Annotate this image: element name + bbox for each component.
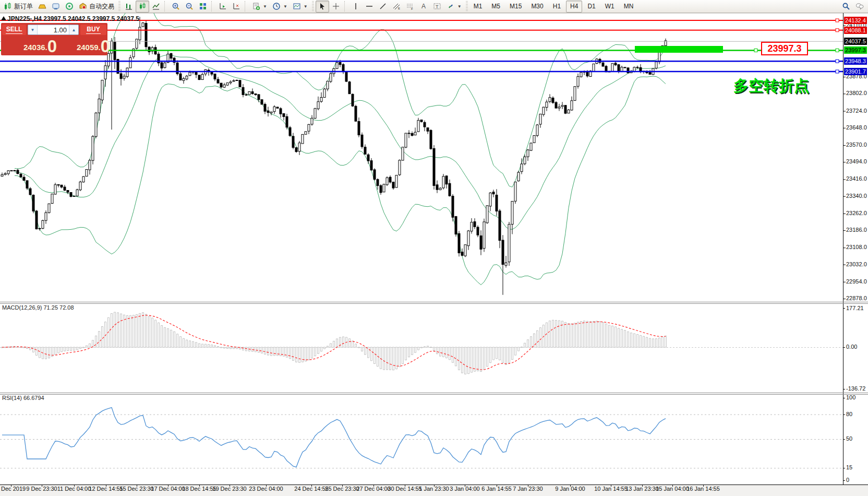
cursor-button[interactable] [316, 1, 329, 13]
lot-value[interactable]: 1.00 [38, 25, 69, 34]
periods-button[interactable]: ▼ [270, 1, 290, 13]
tile-windows-button[interactable] [196, 1, 210, 13]
text-button[interactable]: A [417, 1, 430, 13]
one-click-trading-panel: SELL ▼ 1.00 ▲ BUY 24036.0 24059.0 [1, 23, 107, 55]
axis-tick-label: 23416.0 [846, 175, 867, 182]
timeframe-button-w1[interactable]: W1 [601, 1, 619, 13]
bar-chart-button[interactable] [122, 1, 136, 13]
timeframe-button-m5[interactable]: M5 [487, 1, 504, 13]
svg-text:A: A [421, 3, 426, 10]
axis-tick-label: 100 [846, 394, 855, 400]
crosshair-icon [332, 2, 340, 10]
date-axis-label: 15 Jan 04:00 [656, 486, 689, 492]
channel-button[interactable]: E [390, 1, 403, 13]
toolbar-separator [211, 1, 214, 11]
terminal-button[interactable] [49, 1, 63, 13]
toolbar-grip[interactable] [312, 1, 314, 11]
fibonacci-button[interactable]: F [403, 1, 417, 13]
lot-decrease-button[interactable]: ▼ [28, 25, 38, 34]
horizontal-line-icon [365, 2, 373, 10]
axis-tick-label: 177.21 [846, 305, 864, 311]
chart-annotation-text[interactable]: 多空转折点 [733, 76, 809, 97]
auto-trading-button[interactable]: 自动交易 [76, 1, 117, 13]
toolbar-separator [344, 1, 347, 11]
date-axis-label: 19 Dec 23:30 [212, 486, 246, 492]
timeframe-button-m30[interactable]: M30 [527, 1, 547, 13]
date-axis-label: 6 Jan 14:55 [481, 486, 512, 492]
lot-size-field[interactable]: ▼ 1.00 ▲ [28, 25, 79, 35]
indicators-button[interactable]: ▼ [249, 1, 270, 13]
signals-button[interactable] [63, 1, 76, 13]
zoom-out-button[interactable] [183, 1, 196, 13]
axis-tick-label: 23186.0 [846, 227, 867, 233]
terminal-icon [52, 2, 60, 10]
date-axis-label: 7 Jan 23:30 [513, 486, 543, 492]
arrows-button[interactable]: ▼ [444, 1, 464, 13]
gold-ingot-icon [38, 2, 46, 10]
periods-dropdown-caret[interactable]: ▼ [283, 4, 287, 9]
text-label-button[interactable]: T [430, 1, 444, 13]
price-axis-badge: 24088.1 [844, 27, 867, 34]
line-chart-button[interactable] [149, 1, 163, 13]
axis-tick-label: 23570.0 [846, 141, 867, 148]
candlestick-chart-icon [138, 2, 147, 10]
axis-tick-label: 23108.0 [846, 244, 867, 250]
chart-shift-marker[interactable] [1, 16, 6, 20]
date-axis-label: 18 Dec 14:55 [182, 486, 216, 492]
gold-button[interactable] [35, 1, 49, 13]
lot-increase-button[interactable]: ▲ [69, 25, 78, 34]
templates-dropdown-caret[interactable]: ▼ [304, 4, 308, 9]
new-order-button[interactable]: 新订单 [1, 1, 35, 13]
buy-price[interactable]: 24059.0 [79, 37, 107, 55]
date-axis-label: 11 Dec 04:00 [57, 486, 91, 492]
date-axis-label: 25 Dec 23:30 [325, 486, 359, 492]
sell-price[interactable]: 24036.0 [1, 37, 79, 55]
chat-icon[interactable] [855, 2, 864, 10]
axis-tick-label: 0 [846, 477, 849, 483]
chart-shift-icon [232, 2, 240, 10]
axis-tick-label: 23262.0 [846, 210, 867, 216]
equidistant-channel-icon: E [392, 2, 401, 10]
axis-tick-label: 23494.0 [846, 158, 867, 164]
timeframe-button-mn[interactable]: MN [620, 1, 638, 13]
sell-button[interactable]: SELL [2, 25, 26, 35]
timeframe-button-m1[interactable]: M1 [469, 1, 487, 13]
templates-button[interactable]: ▼ [290, 1, 310, 13]
chart-shift-button[interactable] [230, 1, 243, 13]
date-axis-label: 17 Dec 04:00 [151, 486, 185, 492]
buy-button[interactable]: BUY [80, 25, 106, 35]
timeframe-button-d1[interactable]: D1 [583, 1, 599, 13]
axis-tick-label: 23724.0 [846, 108, 867, 114]
clock-icon [272, 2, 281, 10]
date-axis-label: 9 Dec 23:30 [26, 486, 57, 492]
macd-indicator-label: MACD(12,26,9) 71.25 72.08 [2, 304, 74, 311]
timeframe-button-m15[interactable]: M15 [505, 1, 526, 13]
timeframe-button-h1[interactable]: H1 [549, 1, 565, 13]
axis-tick-label: 0.00 [846, 344, 857, 350]
price-axis-badge: 23901.7 [844, 68, 867, 75]
axis-tick-label: 23802.0 [846, 90, 867, 96]
auto-scroll-button[interactable] [216, 1, 230, 13]
candlestick-chart-button[interactable] [136, 1, 149, 13]
toolbar-grip[interactable] [118, 1, 120, 11]
zoom-in-button[interactable] [169, 1, 183, 13]
toolbar-separator [245, 1, 248, 11]
price-level-tag[interactable]: 23997.3 [761, 42, 808, 55]
arrows-dropdown-caret[interactable]: ▼ [457, 4, 462, 9]
timeframe-button-h4[interactable]: H4 [566, 1, 582, 13]
horizontal-line-button[interactable] [363, 1, 376, 13]
indicators-dropdown-caret[interactable]: ▼ [263, 4, 267, 9]
date-axis-label: 30 Dec 14:55 [388, 486, 421, 492]
date-axis-label: 5 Dec 2019 [0, 486, 26, 492]
vertical-line-icon [352, 2, 360, 10]
date-axis-label: 1 Jan 23:30 [419, 486, 449, 492]
trendline-button[interactable] [376, 1, 390, 13]
date-axis-label: 16 Jan 14:55 [686, 486, 720, 492]
cursor-icon [318, 2, 327, 10]
axis-tick-label: -136.72 [846, 385, 865, 392]
toolbar-grip[interactable] [466, 1, 468, 11]
axis-tick-label: 23340.0 [846, 193, 867, 199]
crosshair-button[interactable] [329, 1, 343, 13]
search-icon[interactable] [842, 2, 850, 10]
vertical-line-button[interactable] [349, 1, 363, 13]
